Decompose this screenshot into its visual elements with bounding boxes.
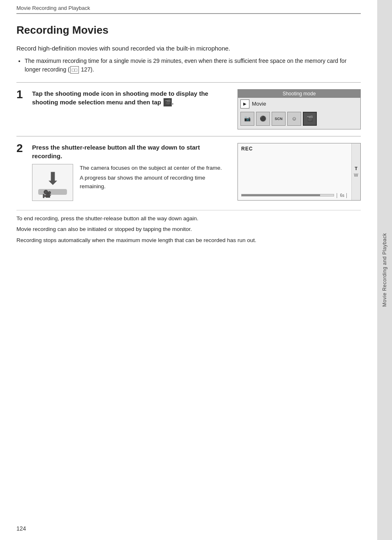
playback-icon: ▶ xyxy=(240,99,249,108)
step-2-detail-2: A progress bar shows the amount of recor… xyxy=(80,174,229,191)
movie-label: Movie xyxy=(252,101,266,107)
mode-icon-face[interactable]: ☺ xyxy=(287,112,301,126)
shooting-mode-body: ▶ Movie xyxy=(238,98,360,110)
mode-icon-scene[interactable]: SCN xyxy=(272,112,286,126)
intro-text: Record high-definition movies with sound… xyxy=(16,44,361,53)
progress-fill xyxy=(242,194,320,196)
step-2-left: Press the shutter-release button all the… xyxy=(32,143,229,201)
step-1-row: 1 Tap the shooting mode icon in shooting… xyxy=(16,89,361,129)
step-1-instruction: Tap the shooting mode icon in shooting m… xyxy=(32,89,229,107)
zoom-w: W xyxy=(354,173,358,178)
step-2-layout: Press the shutter-release button all the… xyxy=(32,143,361,201)
footnote-3: Recording stops automatically when the m… xyxy=(16,236,361,245)
step-1-content: Tap the shooting mode icon in shooting m… xyxy=(32,89,361,129)
book-ref-icon: □□ xyxy=(70,66,79,74)
footnote-2: Movie recording can also be initiated or… xyxy=(16,225,361,233)
page-number: 124 xyxy=(16,525,26,532)
movie-mode-icon xyxy=(164,98,172,106)
section-title: Movie Recording and Playback xyxy=(16,5,90,11)
main-content: Movie Recording and Playback Recording M… xyxy=(0,0,377,540)
mode-icon-camera[interactable]: 📷 xyxy=(240,112,254,126)
rec-label: REC xyxy=(241,146,253,152)
side-tab: Movie Recording and Playback xyxy=(377,0,392,540)
progress-area: │ 6s │ xyxy=(241,193,348,198)
shooting-mode-box: Shooting mode ▶ Movie 📷 ⚫ SCN ☺ 🎬 xyxy=(238,89,361,129)
page-header: Movie Recording and Playback xyxy=(16,0,361,14)
mode-icon-dot[interactable]: ⚫ xyxy=(256,112,270,126)
bullet-item: The maximum recording time for a single … xyxy=(25,57,361,74)
rec-preview-box: REC T W │ 6s │ xyxy=(238,143,361,201)
shooting-mode-header: Shooting mode xyxy=(238,90,360,98)
step-2-content: Press the shutter-release button all the… xyxy=(32,143,361,206)
page-container: Movie Recording and Playback Recording M… xyxy=(0,0,392,540)
page-title: Recording Movies xyxy=(16,21,361,37)
zoom-t: T xyxy=(355,166,357,171)
step-1-number: 1 xyxy=(16,88,32,101)
step-2-detail-1: The camera focuses on the subject at cen… xyxy=(80,164,229,172)
step-2-row: 2 Press the shutter-release button all t… xyxy=(16,143,361,206)
progress-bracket: │ xyxy=(336,193,338,198)
shutter-illustration: ⬇ 🎥 xyxy=(32,164,73,201)
progress-time: 6s │ xyxy=(340,193,348,198)
step-2-number: 2 xyxy=(16,142,32,155)
bullet-list: The maximum recording time for a single … xyxy=(25,57,361,74)
step-2-section: 2 Press the shutter-release button all t… xyxy=(16,136,361,206)
side-tab-label: Movie Recording and Playback xyxy=(382,233,387,307)
step-1-layout: Tap the shooting mode icon in shooting m… xyxy=(32,89,361,129)
footnotes-separator xyxy=(16,210,361,210)
step-1-section: 1 Tap the shooting mode icon in shooting… xyxy=(16,82,361,129)
progress-bar xyxy=(241,194,334,196)
step-1-text: Tap the shooting mode icon in shooting m… xyxy=(32,89,229,110)
mode-icon-movie[interactable]: 🎬 xyxy=(303,112,317,126)
step-2-instruction: Press the shutter-release button all the… xyxy=(32,143,229,161)
footnote-1: To end recording, press the shutter-rele… xyxy=(16,215,361,223)
zoom-indicator: T W xyxy=(351,143,360,200)
step-2-details: The camera focuses on the subject at cen… xyxy=(80,164,229,192)
shooting-mode-icons-row: 📷 ⚫ SCN ☺ 🎬 xyxy=(238,110,360,129)
